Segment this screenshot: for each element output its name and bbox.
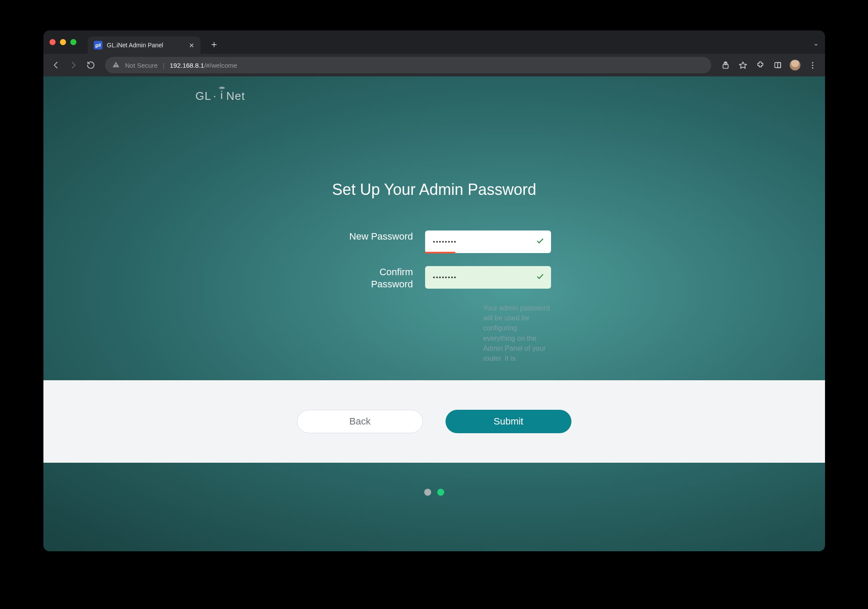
logo-i: i (221, 89, 224, 102)
password-form: New Password Confirm Password Your admin… (43, 230, 825, 363)
traffic-lights (50, 39, 76, 45)
submit-button[interactable]: Submit (446, 410, 571, 433)
pager-dot-1[interactable] (424, 489, 431, 496)
browser-tab[interactable]: gli GL.iNet Admin Panel ✕ (88, 36, 201, 54)
step-pager (43, 489, 825, 496)
password-hint-text: Your admin password will be used for con… (483, 303, 551, 363)
footer-bar: Back Submit (43, 380, 825, 463)
svg-rect-1 (116, 66, 116, 67)
confirm-password-label: Confirm Password (317, 266, 413, 290)
nav-forward-button (67, 59, 80, 72)
logo-dot: · (213, 89, 217, 103)
tab-close-icon[interactable]: ✕ (189, 42, 195, 49)
check-icon (536, 273, 544, 282)
svg-rect-0 (116, 63, 116, 65)
new-password-label: New Password (317, 230, 413, 243)
chrome-menu-button[interactable] (806, 59, 819, 72)
password-strength-bar (425, 252, 455, 253)
bookmark-star-button[interactable] (736, 59, 749, 72)
page-viewport: GL · i Net Set Up Your Admin Password Ne… (43, 76, 825, 551)
tab-strip: gli GL.iNet Admin Panel ✕ ＋ ⌄ (43, 30, 825, 54)
extensions-button[interactable] (754, 59, 767, 72)
confirm-password-field-wrap (425, 266, 551, 289)
browser-window: gli GL.iNet Admin Panel ✕ ＋ ⌄ Not Secure… (43, 30, 825, 551)
browser-toolbar: Not Secure | 192.168.8.1/#/welcome (43, 54, 825, 76)
window-minimize-icon[interactable] (60, 39, 66, 45)
profile-avatar[interactable] (789, 59, 802, 72)
wifi-icon: i (218, 84, 225, 102)
logo-part1: GL (195, 89, 211, 103)
new-password-field-wrap (425, 230, 551, 253)
url-host: 192.168.8.1 (170, 62, 204, 69)
confirm-password-input[interactable] (425, 266, 551, 289)
share-button[interactable] (719, 59, 732, 72)
tab-title: GL.iNet Admin Panel (107, 42, 163, 49)
hint-row: Your admin password will be used for con… (317, 303, 551, 363)
svg-rect-5 (778, 63, 781, 68)
window-maximize-icon[interactable] (70, 39, 76, 45)
url-separator: | (163, 62, 165, 69)
nav-reload-button[interactable] (84, 59, 97, 72)
row-new-password: New Password (317, 230, 551, 253)
check-icon (536, 237, 544, 247)
new-password-input[interactable] (425, 230, 551, 253)
security-label: Not Secure (125, 62, 158, 69)
row-confirm-password: Confirm Password (317, 266, 551, 290)
back-button[interactable]: Back (297, 410, 423, 433)
new-tab-button[interactable]: ＋ (209, 38, 219, 51)
url-bar[interactable]: Not Secure | 192.168.8.1/#/welcome (105, 57, 711, 73)
brand-logo: GL · i Net (195, 89, 245, 103)
side-panel-button[interactable] (771, 59, 784, 72)
window-close-icon[interactable] (50, 39, 56, 45)
url-path: /#/welcome (204, 62, 237, 69)
tabs-overflow-icon[interactable]: ⌄ (813, 40, 819, 47)
tab-favicon-icon: gli (94, 41, 102, 49)
pager-dot-2[interactable] (437, 489, 444, 496)
logo-net: Net (226, 89, 245, 103)
svg-marker-3 (739, 62, 747, 69)
insecure-warning-icon (112, 61, 120, 70)
nav-back-button[interactable] (50, 59, 63, 72)
page-title: Set Up Your Admin Password (43, 181, 825, 199)
